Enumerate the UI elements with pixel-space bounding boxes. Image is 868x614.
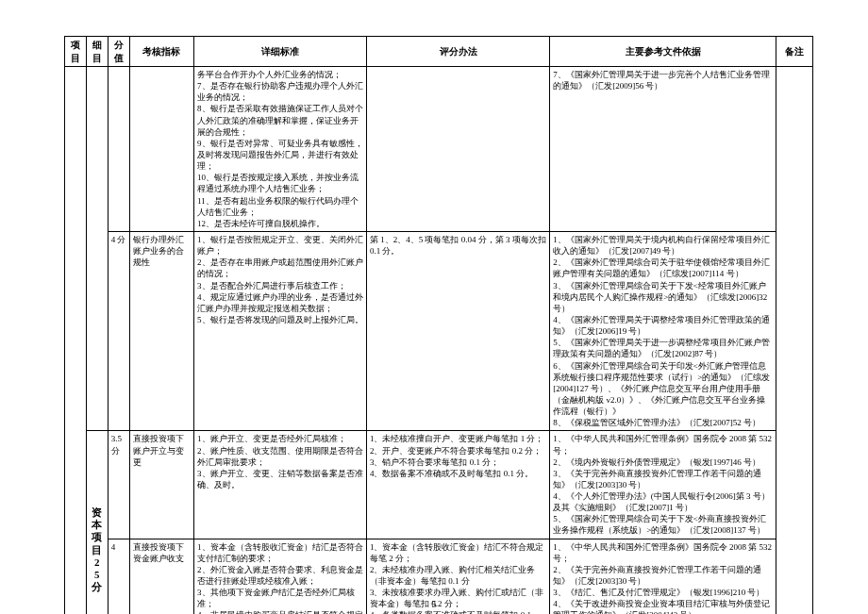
standard-cell: 1、银行是否按照规定开立、变更、关闭外汇账户；2、是否存在串用账户或超范围使用外… — [194, 231, 367, 430]
project-cell — [65, 67, 87, 615]
indicator-cell — [129, 67, 194, 232]
col-score: 分值 — [108, 37, 129, 67]
standard-cell: 1、账户开立、变更是否经外汇局核准；2、账户性质、收支范围、使用期限是否符合外汇… — [194, 431, 367, 539]
item-cell — [86, 67, 108, 431]
standard-cell: 务平台合作开办个人外汇业务的情况；7、是否存在银行协助客户违规办理个人外汇业务的… — [194, 67, 367, 232]
col-indicator: 考核指标 — [129, 37, 194, 67]
col-reference: 主要参考文件依据 — [550, 37, 776, 67]
col-scoring: 评分办法 — [366, 37, 549, 67]
reference-cell: 7、《国家外汇管理局关于进一步完善个人结售汇业务管理的通知》（汇发[2009]5… — [550, 67, 776, 232]
col-standard: 详细标准 — [194, 37, 367, 67]
scoring-cell: 1、未经核准擅自开户、变更账户每笔扣 1 分；2、开户、变更账户不符合要求每笔扣… — [366, 431, 549, 539]
scoring-cell: 第 1、2、4、5 项每笔扣 0.04 分，第 3 项每次扣 0.1 分。 — [366, 231, 549, 430]
reference-cell: 1、《国家外汇管理局关于境内机构自行保留经常项目外汇收入的通知》（汇发[2007… — [550, 231, 776, 430]
section-cell: 资本项目25分 — [86, 431, 108, 614]
assessment-table: 项目 细目 分值 考核指标 详细标准 评分办法 主要参考文件依据 备注 务平台合… — [64, 36, 813, 614]
score-cell — [108, 67, 129, 232]
score-cell: 4 分 — [108, 231, 129, 430]
indicator-cell: 直接投资项下账户开立与变更 — [129, 431, 194, 539]
score-cell: 3.5 分 — [108, 431, 129, 539]
scoring-cell — [366, 67, 549, 232]
indicator-cell: 银行办理外汇账户业务的合规性 — [129, 231, 194, 430]
col-project: 项目 — [65, 37, 87, 67]
col-remark: 备注 — [776, 37, 813, 67]
page-number: 5 — [0, 598, 868, 611]
col-item: 细目 — [86, 37, 108, 67]
remark-cell — [776, 67, 813, 615]
reference-cell: 1、《中华人民共和国外汇管理条例》国务院令 2008 第 532 号；2、《境内… — [550, 431, 776, 539]
